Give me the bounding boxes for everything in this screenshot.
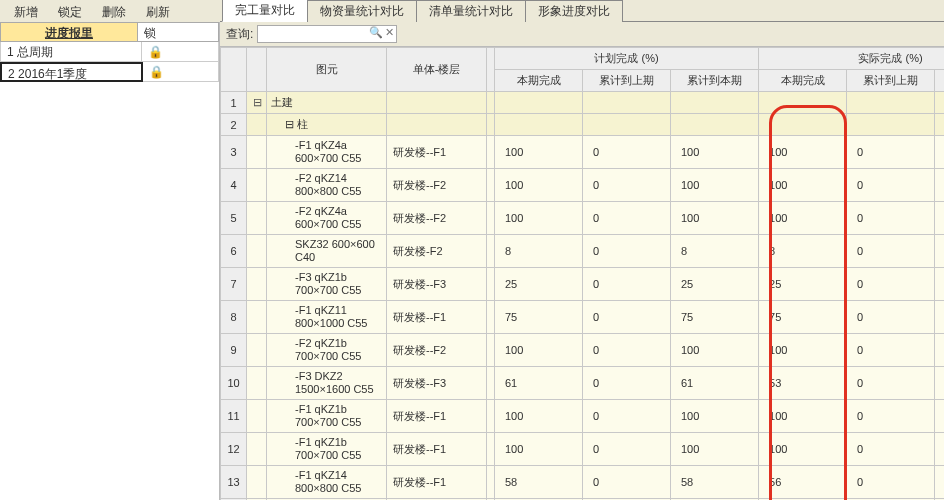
cell-tuyuan: -F1 qKZ4a600×700 C55 (267, 136, 387, 169)
cell-actual-prev: 0 (847, 136, 935, 169)
table-row[interactable]: 5-F2 qKZ4a600×700 C55研发楼--F2100010010001… (221, 202, 945, 235)
cell-plan-curr: 100 (671, 169, 759, 202)
col-actual-curr[interactable]: 累计到本期 (935, 70, 944, 92)
cell-plan-benqi: 8 (495, 235, 583, 268)
col-danti[interactable]: 单体-楼层 (387, 48, 487, 92)
cell-danti: 研发楼--F1 (387, 301, 487, 334)
cell-tuyuan: -F1 qKZ11800×1000 C55 (267, 301, 387, 334)
cell-danti: 研发楼--F1 (387, 136, 487, 169)
cell-plan-prev: 0 (583, 400, 671, 433)
cell-actual-curr: 53 (935, 367, 944, 400)
table-row[interactable]: 12-F1 qKZ1b700×700 C55研发楼--F110001001000… (221, 433, 945, 466)
cell-plan-benqi: 25 (495, 268, 583, 301)
cell-tuyuan: -F1 qKZ1b700×700 C55 (267, 400, 387, 433)
cell-danti: 研发楼--F1 (387, 433, 487, 466)
table-row[interactable]: 11-F1 qKZ1b700×700 C55研发楼--F110001001000… (221, 400, 945, 433)
table-group-row[interactable]: 1⊟土建 (221, 92, 945, 114)
search-label: 查询: (226, 26, 253, 43)
tab-finish-compare[interactable]: 完工量对比 (222, 0, 308, 22)
col-plan-prev[interactable]: 累计到上期 (583, 70, 671, 92)
cell-actual-prev: 0 (847, 400, 935, 433)
cell-actual-benqi: 53 (759, 367, 847, 400)
row-number: 6 (221, 235, 247, 268)
refresh-button[interactable]: 刷新 (136, 2, 180, 23)
table-row[interactable]: 3-F1 qKZ4a600×700 C55研发楼--F1100010010001… (221, 136, 945, 169)
cell-plan-benqi: 61 (495, 367, 583, 400)
cell-actual-prev: 0 (847, 367, 935, 400)
table-row[interactable]: 10-F3 DKZ21500×1600 C55研发楼--F36106153053 (221, 367, 945, 400)
row-number: 11 (221, 400, 247, 433)
delete-button[interactable]: 删除 (92, 2, 136, 23)
table-row[interactable]: 4-F2 qKZ14800×800 C55研发楼--F2100010010001… (221, 169, 945, 202)
table-row[interactable]: 13-F1 qKZ14800×800 C55研发楼--F15805856056 (221, 466, 945, 499)
group-label: 土建 (267, 92, 387, 114)
cell-plan-prev: 0 (583, 235, 671, 268)
sidebar-lock-header: 锁 (138, 22, 219, 42)
cell-actual-benqi: 75 (759, 301, 847, 334)
row-number: 3 (221, 136, 247, 169)
cell-plan-curr: 61 (671, 367, 759, 400)
cell-plan-prev: 0 (583, 202, 671, 235)
cell-actual-curr: 100 (935, 202, 944, 235)
col-actual-benqi[interactable]: 本期完成 (759, 70, 847, 92)
tab-image-compare[interactable]: 形象进度对比 (525, 0, 623, 22)
table-row[interactable]: 9-F2 qKZ1b700×700 C55研发楼--F2100010010001… (221, 334, 945, 367)
table-group-row[interactable]: 2⊟ 柱 (221, 114, 945, 136)
row-number: 13 (221, 466, 247, 499)
lock-button[interactable]: 锁定 (48, 2, 92, 23)
row-number: 8 (221, 301, 247, 334)
search-icon[interactable]: 🔍 (369, 26, 381, 40)
cell-tuyuan: -F2 qKZ4a600×700 C55 (267, 202, 387, 235)
data-table-wrap: 图元 单体-楼层 计划完成 (%) 实际完成 (%) 本期完成 累计到上期 累计… (220, 47, 944, 500)
table-row[interactable]: 8-F1 qKZ11800×1000 C55研发楼--F17507575075 (221, 301, 945, 334)
cell-tuyuan: -F2 qKZ14800×800 C55 (267, 169, 387, 202)
cell-danti: 研发楼--F2 (387, 202, 487, 235)
cell-plan-curr: 58 (671, 466, 759, 499)
cell-plan-prev: 0 (583, 433, 671, 466)
colgroup-plan: 计划完成 (%) (495, 48, 759, 70)
cell-actual-curr: 100 (935, 136, 944, 169)
sidebar-row-idx: 1 (7, 45, 14, 59)
sidebar-row-2016q1[interactable]: 2 2016年1季度 🔒 (0, 62, 219, 82)
cell-actual-benqi: 25 (759, 268, 847, 301)
cell-tuyuan: SKZ32 600×600C40 (267, 235, 387, 268)
cell-actual-curr: 75 (935, 301, 944, 334)
cell-danti: 研发楼--F3 (387, 367, 487, 400)
collapse-icon[interactable]: ⊟ (247, 92, 267, 114)
col-tuyuan[interactable]: 图元 (267, 48, 387, 92)
row-number: 5 (221, 202, 247, 235)
cell-plan-curr: 25 (671, 268, 759, 301)
data-table: 图元 单体-楼层 计划完成 (%) 实际完成 (%) 本期完成 累计到上期 累计… (220, 47, 944, 500)
row-number: 12 (221, 433, 247, 466)
cell-actual-prev: 0 (847, 466, 935, 499)
collapse-icon[interactable] (247, 114, 267, 136)
cell-plan-curr: 8 (671, 235, 759, 268)
col-plan-curr[interactable]: 累计到本期 (671, 70, 759, 92)
sidebar-row-total[interactable]: 1 总周期 🔒 (0, 42, 219, 62)
col-actual-prev[interactable]: 累计到上期 (847, 70, 935, 92)
tabbar: 完工量对比 物资量统计对比 清单量统计对比 形象进度对比 (220, 0, 944, 22)
cell-actual-curr: 100 (935, 334, 944, 367)
cell-actual-prev: 0 (847, 301, 935, 334)
cell-plan-prev: 0 (583, 136, 671, 169)
cell-actual-prev: 0 (847, 169, 935, 202)
tab-material-compare[interactable]: 物资量统计对比 (307, 0, 417, 22)
lock-icon: 🔒 (149, 65, 164, 79)
clear-search-icon[interactable]: ✕ (383, 26, 395, 40)
cell-plan-prev: 0 (583, 169, 671, 202)
table-row[interactable]: 6SKZ32 600×600C40研发楼-F2808808 (221, 235, 945, 268)
cell-plan-prev: 0 (583, 466, 671, 499)
tab-list-compare[interactable]: 清单量统计对比 (416, 0, 526, 22)
cell-plan-benqi: 100 (495, 169, 583, 202)
cell-danti: 研发楼--F1 (387, 466, 487, 499)
colgroup-actual: 实际完成 (%) (759, 48, 944, 70)
new-button[interactable]: 新增 (4, 2, 48, 23)
cell-danti: 研发楼--F3 (387, 268, 487, 301)
cell-actual-curr: 56 (935, 466, 944, 499)
cell-plan-curr: 100 (671, 136, 759, 169)
table-row[interactable]: 7-F3 qKZ1b700×700 C55研发楼--F32502525025 (221, 268, 945, 301)
cell-actual-benqi: 100 (759, 202, 847, 235)
cell-actual-curr: 8 (935, 235, 944, 268)
col-plan-benqi[interactable]: 本期完成 (495, 70, 583, 92)
cell-danti: 研发楼--F2 (387, 334, 487, 367)
